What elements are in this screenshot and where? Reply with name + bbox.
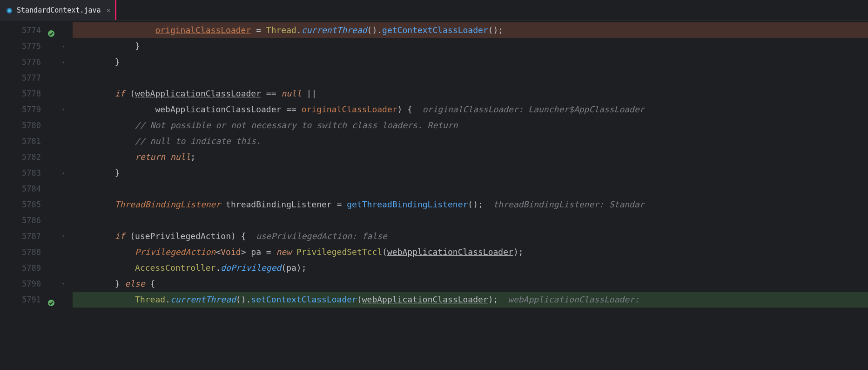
token: Thread [266, 25, 296, 35]
line-number[interactable]: 5787▾ [0, 228, 73, 244]
token: ( [125, 89, 135, 98]
token: Void [221, 247, 241, 257]
code-line[interactable]: webApplicationClassLoader == originalCla… [73, 102, 868, 117]
token: ); [513, 247, 524, 257]
line-number[interactable]: 5776▴ [0, 54, 73, 70]
editor: 57745775▴5776▴577757785779▾5780578157825… [0, 21, 868, 370]
fold-end-icon[interactable]: ▴ [61, 59, 66, 65]
code-line[interactable]: PrivilegedAction<Void> pa = new Privileg… [73, 244, 868, 260]
token: = [251, 25, 266, 35]
token: ( [357, 295, 362, 304]
code-line[interactable] [73, 181, 868, 197]
code-line[interactable]: if (usePrivilegedAction) { usePrivileged… [73, 228, 868, 244]
token: ) { [231, 231, 246, 241]
token: ; [190, 152, 195, 162]
code-line[interactable] [73, 212, 868, 228]
token: doPrivileged [221, 263, 281, 273]
token: null [170, 152, 190, 162]
line-number[interactable]: 5779▾ [0, 102, 73, 117]
line-number[interactable]: 5782 [0, 149, 73, 165]
token: threadBindingListener = [221, 199, 347, 209]
token: . [296, 25, 302, 35]
line-number[interactable]: 5791 [0, 292, 73, 308]
fold-start-icon[interactable]: ▾ [61, 107, 66, 112]
token: } [115, 57, 120, 67]
code-area[interactable]: originalClassLoader = Thread.currentThre… [73, 21, 868, 370]
code-line[interactable]: } [73, 165, 868, 181]
code-line[interactable]: AccessController.doPrivileged(pa); [73, 260, 868, 276]
tab-label: StandardContext.java [17, 6, 101, 14]
token: // null to indicate this. [135, 136, 261, 146]
token: webApplicationClassLoader [362, 295, 488, 304]
fold-start-icon[interactable]: ▾ [61, 281, 66, 287]
token: . [377, 25, 382, 35]
svg-point-3 [48, 300, 54, 306]
line-number[interactable]: 5778 [0, 86, 73, 102]
token: AccessController [135, 263, 215, 273]
token: ( [382, 247, 387, 257]
token: ); [488, 295, 498, 304]
code-line[interactable]: } [73, 38, 868, 54]
token: null [281, 89, 301, 98]
token: webApplicationClassLoader [387, 247, 513, 257]
code-line[interactable]: Thread.currentThread().setContextClassLo… [73, 292, 868, 308]
token: currentThread [170, 295, 236, 304]
fold-end-icon[interactable]: ▴ [61, 43, 66, 49]
token: currentThread [302, 25, 367, 35]
line-number[interactable]: 5790▾ [0, 276, 73, 292]
tab-bar: StandardContext.java × [0, 0, 868, 21]
token: if [115, 89, 125, 98]
code-line[interactable]: } else { [73, 276, 868, 292]
token: ( [125, 231, 135, 241]
token: originalClassLoader: Launcher$AppClassLo… [412, 104, 645, 114]
token: threadBindingListener: Standar [483, 199, 645, 209]
token: getThreadBindingListener [347, 199, 468, 209]
token: // Not possible or not necessary to swit… [135, 120, 458, 130]
line-number[interactable]: 5781 [0, 133, 73, 149]
line-number[interactable]: 5786 [0, 212, 73, 228]
token: return [135, 152, 170, 162]
token: () [236, 295, 246, 304]
token: { [145, 279, 155, 288]
token: } [115, 279, 125, 288]
line-number[interactable]: 5788 [0, 244, 73, 260]
token: usePrivilegedAction: false [246, 231, 387, 241]
code-line[interactable]: // null to indicate this. [73, 133, 868, 149]
editor-tab[interactable]: StandardContext.java × [0, 0, 116, 20]
fold-end-icon[interactable]: ▴ [61, 170, 66, 176]
token: . [215, 263, 221, 273]
line-number[interactable]: 5785 [0, 197, 73, 212]
token: . [165, 295, 170, 304]
svg-point-1 [8, 9, 11, 12]
line-number[interactable]: 5775▴ [0, 38, 73, 54]
code-line[interactable]: } [73, 54, 868, 70]
token: > [241, 247, 246, 257]
code-line[interactable] [73, 70, 868, 86]
breakpoint-verified-icon[interactable] [47, 296, 55, 303]
line-number[interactable]: 5774 [0, 22, 73, 38]
code-line[interactable]: ThreadBindingListener threadBindingListe… [73, 197, 868, 212]
svg-point-2 [48, 30, 54, 37]
token: webApplicationClassLoader [135, 89, 261, 98]
token: if [115, 231, 125, 241]
token: || [302, 89, 317, 98]
line-number[interactable]: 5780 [0, 117, 73, 133]
breakpoint-verified-icon[interactable] [47, 27, 55, 34]
fold-start-icon[interactable]: ▾ [61, 233, 66, 239]
token: < [215, 247, 221, 257]
token: ) { [397, 104, 413, 114]
code-line[interactable]: originalClassLoader = Thread.currentThre… [73, 22, 868, 38]
line-number[interactable]: 5784 [0, 181, 73, 197]
gutter[interactable]: 57745775▴5776▴577757785779▾5780578157825… [0, 21, 73, 370]
line-number[interactable]: 5789 [0, 260, 73, 276]
close-icon[interactable]: × [107, 7, 110, 14]
line-number[interactable]: 5783▴ [0, 165, 73, 181]
token: pa = [246, 247, 276, 257]
code-line[interactable]: if (webApplicationClassLoader == null || [73, 86, 868, 102]
line-number[interactable]: 5777 [0, 70, 73, 86]
code-line[interactable]: // Not possible or not necessary to swit… [73, 117, 868, 133]
java-class-icon [6, 7, 13, 14]
token: Thread [135, 295, 165, 304]
code-line[interactable]: return null; [73, 149, 868, 165]
token: . [246, 295, 251, 304]
